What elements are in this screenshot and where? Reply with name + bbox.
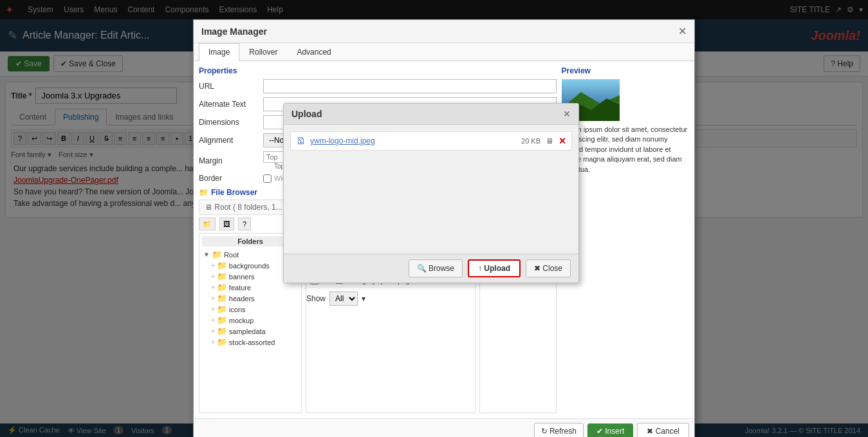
folder-mockup[interactable]: + 📁 mockup xyxy=(202,315,299,326)
path-root-icon: 🖥 xyxy=(205,203,212,212)
folder-feature-add: + xyxy=(211,284,215,291)
upload-title: Upload xyxy=(291,109,322,119)
alignment-label: Alignment xyxy=(199,136,263,145)
folder-sampledata-name: sampledata xyxy=(229,328,266,335)
cancel-button[interactable]: ✖ Cancel xyxy=(637,423,689,437)
folder-icons-icon: 📁 xyxy=(217,304,227,314)
file-browser-folder-icon: 📁 xyxy=(199,188,208,197)
folder-stock[interactable]: + 📁 stock-assorted xyxy=(202,337,299,348)
upload-file-icon: 🖻 xyxy=(296,136,305,146)
folder-sampledata-icon: 📁 xyxy=(217,326,227,336)
dialog-bottom: ↻ Refresh ✔ Insert ✖ Cancel xyxy=(194,418,694,437)
folder-headers-add: + xyxy=(211,295,215,302)
url-input[interactable] xyxy=(263,79,557,93)
file-browser-btn3[interactable]: ? xyxy=(238,218,251,230)
file-browser-btn2[interactable]: 🖼 xyxy=(219,218,234,230)
upload-body: 🖻 ywm-logo-mid.jpeg 20 KB 🖥 ✕ xyxy=(284,125,578,254)
upload-filename[interactable]: ywm-logo-mid.jpeg xyxy=(310,136,516,145)
upload-file-row: 🖻 ywm-logo-mid.jpeg 20 KB 🖥 ✕ xyxy=(290,131,572,151)
url-label: URL xyxy=(199,82,263,91)
folder-mockup-add: + xyxy=(211,317,215,324)
upload-button[interactable]: ↑ Upload xyxy=(468,259,521,277)
file-browser-title: File Browser xyxy=(211,188,257,197)
folder-banners-name: banners xyxy=(229,273,255,281)
folder-stock-name: stock-assorted xyxy=(229,339,275,346)
show-row: Show All ▾ xyxy=(306,292,475,306)
folder-mockup-name: mockup xyxy=(229,317,254,324)
folder-feature[interactable]: + 📁 feature xyxy=(202,282,299,293)
preview-text: Lorem ipsum dolor sit amet, consectetur … xyxy=(562,125,689,174)
folder-icons[interactable]: + 📁 icons xyxy=(202,304,299,315)
dialog-tab-advanced[interactable]: Advanced xyxy=(287,43,340,60)
border-checkbox[interactable] xyxy=(263,174,272,183)
insert-button[interactable]: ✔ Insert xyxy=(587,423,633,437)
folder-backgrounds-icon: 📁 xyxy=(217,261,227,270)
upload-delete-button[interactable]: ✕ xyxy=(559,136,566,146)
border-label: Border xyxy=(199,174,263,183)
folder-stock-icon: 📁 xyxy=(217,337,227,347)
close-upload-button[interactable]: ✖ Close xyxy=(526,259,571,277)
folder-sampledata[interactable]: + 📁 sampledata xyxy=(202,326,299,337)
folder-root-icon: 📁 xyxy=(212,250,222,259)
folder-feature-name: feature xyxy=(229,284,251,292)
folder-icons-add: + xyxy=(211,306,215,313)
folder-root-name: Root xyxy=(224,251,239,259)
folder-icons-name: icons xyxy=(229,306,246,313)
upload-file-size: 20 KB xyxy=(521,137,540,145)
preview-panel: Preview Lorem ipsum dolor sit amet, cons… xyxy=(562,66,689,413)
upload-footer: 🔍 Browse ↑ Upload ✖ Close xyxy=(284,254,578,283)
dialog-title: Image Manager xyxy=(201,26,267,37)
upload-header: Upload ✕ xyxy=(284,104,578,125)
url-row: URL xyxy=(199,79,557,93)
dialog-tab-image[interactable]: Image xyxy=(199,43,239,61)
file-browser-btn1[interactable]: 📁 xyxy=(199,218,216,230)
folder-add-icon: + xyxy=(211,262,215,269)
folder-headers-icon: 📁 xyxy=(217,293,227,303)
preview-title: Preview xyxy=(562,66,689,75)
folder-banners-icon: 📁 xyxy=(217,272,227,281)
folder-backgrounds-name: backgrounds xyxy=(229,262,270,270)
dimensions-label: Dimensions xyxy=(199,118,263,127)
refresh-button[interactable]: ↻ Refresh xyxy=(534,423,584,437)
dialog-tab-rollover[interactable]: Rollover xyxy=(239,43,287,60)
show-select[interactable]: All xyxy=(329,292,358,306)
show-label: Show xyxy=(306,294,326,303)
upload-monitor-icon: 🖥 xyxy=(546,136,553,145)
path-text: Root ( 8 folders, 1... xyxy=(214,203,282,212)
alt-label: Alternate Text xyxy=(199,100,263,109)
dialog-tabs: Image Rollover Advanced xyxy=(194,43,694,61)
margin-label: Margin xyxy=(199,156,263,165)
folder-mockup-icon: 📁 xyxy=(217,315,227,325)
folder-root-expand: ▼ xyxy=(203,251,210,258)
folder-headers-name: headers xyxy=(229,295,255,302)
dialog-header: Image Manager ✕ xyxy=(194,20,694,43)
browse-button[interactable]: 🔍 Browse xyxy=(409,259,463,277)
folder-feature-icon: 📁 xyxy=(217,283,227,292)
properties-title: Properties xyxy=(199,66,557,75)
upload-dialog: Upload ✕ 🖻 ywm-logo-mid.jpeg 20 KB 🖥 ✕ 🔍… xyxy=(283,103,579,283)
show-dropdown-icon[interactable]: ▾ xyxy=(362,294,365,303)
folder-stock-add: + xyxy=(211,339,215,346)
folder-sampledata-add: + xyxy=(211,328,215,335)
image-manager-close-button[interactable]: ✕ xyxy=(678,25,687,37)
folder-headers[interactable]: + 📁 headers xyxy=(202,293,299,304)
upload-close-button[interactable]: ✕ xyxy=(563,109,571,119)
folder-banners-add: + xyxy=(211,273,215,280)
